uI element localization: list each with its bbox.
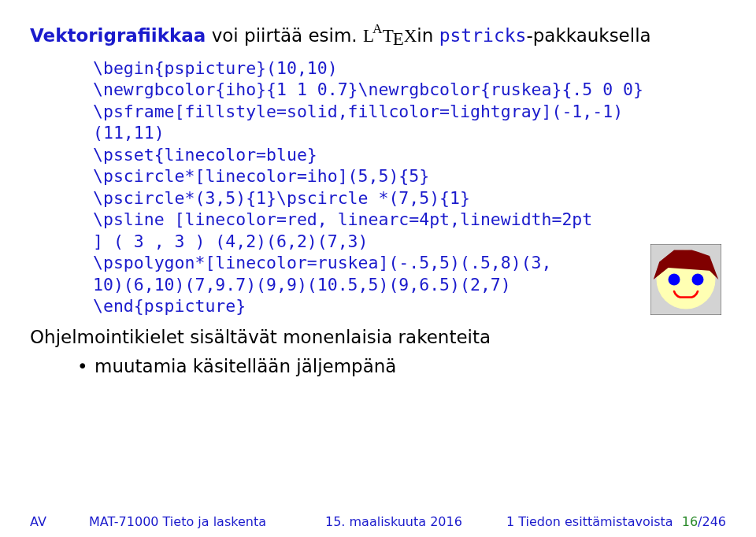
heading-rest2: in	[417, 25, 439, 46]
slide-heading: Vektorigrafiikkaa voi piirtää esim. LATE…	[30, 22, 726, 48]
footer-date: 15. maaliskuuta 2016	[325, 514, 506, 529]
heading-rest1: voi piirtää esim.	[206, 25, 363, 46]
latex-logo: LATEX	[363, 26, 417, 46]
footer-page: 16/246	[676, 514, 726, 529]
eye-right	[692, 274, 704, 286]
code-block: \begin{pspicture}(10,10) \newrgbcolor{ih…	[93, 57, 644, 317]
footer-author: AV	[30, 514, 89, 529]
slide-footer: AV MAT-71000 Tieto ja laskenta 15. maali…	[30, 514, 726, 529]
heading-bold: Vektorigrafiikkaa	[30, 25, 206, 46]
footer-page-total: 246	[702, 514, 726, 529]
list-item: muutamia käsitellään jäljempänä	[77, 354, 726, 379]
footer-page-current: 16	[682, 514, 698, 529]
heading-rest3: -pakkauksella	[526, 25, 650, 46]
bullet-list: muutamia käsitellään jäljempänä	[77, 354, 726, 379]
heading-tt: pstricks	[439, 25, 527, 46]
eye-left	[669, 274, 680, 286]
pstricks-figure	[650, 244, 721, 315]
body-line: Ohjelmointikielet sisältävät monenlaisia…	[30, 327, 726, 347]
footer-course: MAT-71000 Tieto ja laskenta	[89, 514, 325, 529]
footer-section: 1 Tiedon esittämistavoista	[506, 514, 676, 529]
